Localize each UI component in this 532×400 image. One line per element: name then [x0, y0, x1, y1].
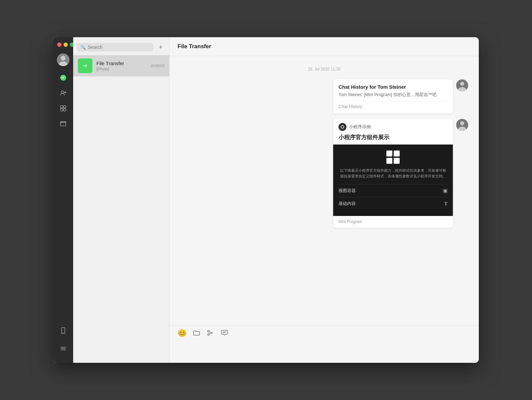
- sidebar-narrow: [53, 37, 73, 363]
- svg-point-4: [62, 91, 64, 93]
- chat-item-time: 20/08/03: [150, 64, 165, 68]
- message-bubble: Chat History for Tom Steiner Tom Steiner…: [333, 79, 453, 114]
- search-input[interactable]: [88, 45, 150, 50]
- mini-prog-item-label: 视图容器: [338, 188, 356, 194]
- svg-point-18: [208, 331, 209, 332]
- chat-input-area: 😊: [170, 325, 479, 363]
- nav-icon-files[interactable]: [57, 117, 69, 130]
- folder-button[interactable]: [193, 329, 200, 339]
- date-divider: 28. Jul 2020 11:30: [180, 67, 468, 71]
- card-divider-line: [338, 101, 448, 101]
- mini-prog-item: 视图容器 ▣: [338, 184, 448, 197]
- mini-prog-name: 小程序示例: [349, 124, 371, 130]
- chat-header-title: File Transfer: [178, 43, 471, 50]
- emoji-button[interactable]: 😊: [178, 329, 187, 339]
- chat-header: File Transfer: [170, 37, 479, 56]
- svg-rect-5: [61, 106, 63, 108]
- grid-cell: [394, 158, 400, 164]
- mini-prog-title: 小程序官方组件展示: [333, 134, 453, 145]
- card-footer: Chat History: [338, 104, 448, 109]
- mini-prog-footer: Mini Program: [333, 216, 453, 228]
- card-title: Chat History for Tom Steiner: [338, 84, 448, 90]
- message-row: Chat History for Tom Steiner Tom Steiner…: [180, 79, 468, 114]
- svg-point-13: [460, 82, 464, 86]
- mini-prog-preview: 以下将展示小程序官方组件能力，组件样式仅供参考，开发者可根据自身需求自定义组件样…: [333, 145, 453, 216]
- app-window: 🔍 + File Transfer [Photo] 20/08/03: [53, 37, 479, 363]
- search-box[interactable]: 🔍: [77, 43, 153, 51]
- chat-text-input[interactable]: [178, 342, 471, 361]
- chat-main: File Transfer 28. Jul 2020 11:30 Chat Hi…: [170, 37, 479, 363]
- mini-prog-items: 视图容器 ▣ 基础内容 T: [338, 184, 448, 210]
- chat-bubble-button[interactable]: [220, 329, 228, 339]
- svg-point-1: [61, 56, 66, 60]
- svg-point-19: [208, 334, 209, 336]
- grid-cell: [394, 150, 400, 156]
- mini-prog-grid-icon: [386, 150, 400, 164]
- svg-rect-7: [61, 109, 63, 111]
- svg-rect-6: [64, 106, 66, 108]
- message-bubble: 小程序示例 小程序官方组件展示 以下将展示小程序官方组件能力，组件样式仅供参考，…: [333, 119, 453, 228]
- chat-item-info: File Transfer [Photo]: [96, 60, 146, 71]
- mini-prog-item-icon: ▣: [443, 188, 448, 194]
- chat-messages: 28. Jul 2020 11:30 Chat History for Tom …: [170, 56, 479, 325]
- svg-rect-9: [61, 122, 66, 126]
- grid-cell: [386, 158, 392, 164]
- add-chat-button[interactable]: +: [156, 43, 165, 52]
- svg-point-3: [60, 75, 66, 81]
- mini-prog-item-icon: T: [444, 201, 448, 207]
- svg-rect-8: [64, 109, 66, 111]
- svg-point-11: [63, 332, 64, 333]
- nav-bottom: [57, 324, 69, 363]
- nav-icon-contacts[interactable]: [57, 87, 69, 99]
- nav-icon-menu[interactable]: [57, 342, 69, 355]
- mini-prog-icon: [338, 123, 346, 131]
- minimize-button[interactable]: [64, 43, 68, 47]
- nav-icon-moments[interactable]: [57, 102, 69, 115]
- mini-program-header: 小程序示例: [333, 119, 453, 134]
- mini-prog-item-label: 基础内容: [338, 201, 356, 207]
- chat-list: File Transfer [Photo] 20/08/03: [73, 55, 169, 363]
- avatar[interactable]: [57, 53, 69, 66]
- svg-point-16: [460, 121, 464, 125]
- nav-icon-chat[interactable]: [57, 71, 69, 84]
- list-item[interactable]: File Transfer [Photo] 20/08/03: [73, 55, 169, 76]
- avatar: [456, 79, 468, 91]
- scissors-button[interactable]: [206, 329, 214, 339]
- chat-item-name: File Transfer: [96, 60, 146, 66]
- grid-cell: [386, 150, 392, 156]
- mini-program-card: 小程序示例 小程序官方组件展示 以下将展示小程序官方组件能力，组件样式仅供参考，…: [333, 119, 453, 228]
- search-icon: 🔍: [80, 45, 86, 50]
- message-row: 小程序示例 小程序官方组件展示 以下将展示小程序官方组件能力，组件样式仅供参考，…: [180, 119, 468, 228]
- chat-list-panel: 🔍 + File Transfer [Photo] 20/08/03: [73, 37, 170, 363]
- input-toolbar: 😊: [178, 329, 471, 342]
- nav-icon-mobile[interactable]: [57, 324, 69, 337]
- mini-prog-item: 基础内容 T: [338, 197, 448, 210]
- chat-history-card: Chat History for Tom Steiner Tom Steiner…: [333, 79, 453, 114]
- chat-item-preview: [Photo]: [96, 67, 146, 71]
- mini-prog-desc: 以下将展示小程序官方组件能力，组件样式仅供参考，开发者可根据自身需求自定义组件样…: [338, 168, 448, 179]
- traffic-lights: [53, 43, 74, 47]
- chat-item-icon: [78, 58, 92, 73]
- chat-list-header: 🔍 +: [73, 37, 169, 55]
- card-preview: Tom Steiner: [Mini Program] 你的心意，用星说™吧: [338, 92, 448, 98]
- close-button[interactable]: [57, 43, 62, 47]
- avatar: [456, 119, 468, 131]
